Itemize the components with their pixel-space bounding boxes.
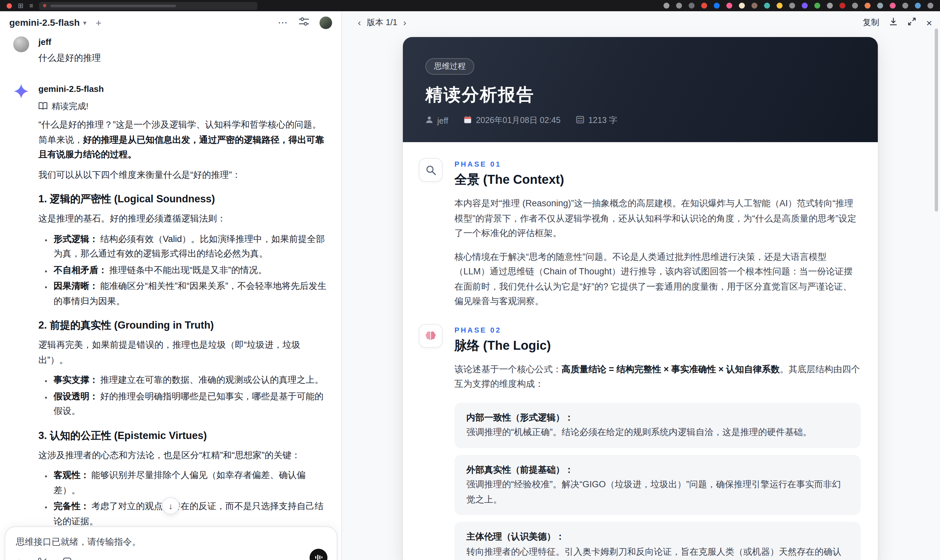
more-options-button[interactable]: ⋯: [278, 17, 288, 28]
gemini-star-icon: [13, 83, 29, 99]
extension-icon[interactable]: [802, 3, 808, 9]
scroll-down-icon: ↓: [169, 501, 173, 511]
message-composer[interactable]: 思维接口已就绪，请传输指令。 +: [5, 526, 337, 560]
paragraph: “什么是好的推理？”这是一个涉及逻辑学、认知科学和哲学核心的问题。简单来说，好的…: [39, 118, 330, 162]
bullet-list: 事实支撑：推理建立在可靠的数据、准确的观测或公认的真理之上。 假设透明：好的推理…: [39, 373, 330, 419]
paragraph: 该论述基于一个核心公式：高质量结论 = 结构完整性 × 事实准确性 × 认知自律…: [455, 362, 861, 392]
list-item: 事实支撑：推理建立在可靠的数据、准确的观测或公认的真理之上。: [54, 373, 330, 388]
card-title: 内部一致性（形式逻辑）：: [466, 410, 849, 425]
extension-icon[interactable]: [714, 3, 720, 9]
extension-icon[interactable]: [928, 3, 933, 9]
frame-icon[interactable]: [63, 557, 72, 560]
grid-icon[interactable]: ⊞: [18, 2, 23, 9]
card-body: 转向推理者的心理特征。引入奥卡姆剃刀和反向论证，旨在克服人类（或机器）天然存在的…: [466, 545, 849, 560]
phase-2-header: PHASE 02 脉络 (The Logic): [419, 324, 861, 353]
chat-message-list[interactable]: jeff 什么是好的推理 gemini-2.5-flash 精读完成!: [0, 34, 341, 560]
card-title: 主体伦理（认识美德）：: [466, 529, 849, 545]
report-badge: 思维过程: [425, 58, 474, 75]
plus-icon[interactable]: +: [16, 557, 22, 560]
extension-icon[interactable]: [840, 3, 845, 9]
calendar-icon: [464, 116, 472, 126]
extension-icon[interactable]: [752, 3, 757, 9]
chevron-left-icon[interactable]: ‹: [358, 18, 361, 27]
card-body: 强调推理的“机械正确”。结论必须在给定的规则系统内逻辑自洽，这是推理的硬件基础。: [466, 425, 849, 440]
phase-1-header: PHASE 01 全景 (The Context): [419, 158, 861, 188]
list-item: 完备性：考虑了对立的观点和潜在的反证，而不是只选择支持自己结论的证据。: [54, 499, 330, 529]
composer-status-text: 思维接口已就绪，请传输指令。: [16, 535, 326, 549]
extension-icon[interactable]: [739, 3, 745, 9]
account-avatar[interactable]: [319, 16, 332, 29]
scrollbar-thumb[interactable]: [935, 28, 938, 212]
section-heading: 2. 前提的真实性 (Grounding in Truth): [39, 318, 330, 332]
magnifier-icon: [419, 158, 442, 182]
menu-icon[interactable]: ≡: [29, 2, 33, 9]
extension-icon[interactable]: [890, 3, 896, 9]
extension-icon[interactable]: [701, 3, 707, 9]
voice-input-button[interactable]: [310, 549, 327, 560]
user-avatar: [13, 36, 29, 52]
counter-icon: [576, 116, 584, 126]
window-control-dot[interactable]: [7, 3, 12, 8]
bullet-list: 形式逻辑：结构必须有效（Valid）。比如演绎推理中，如果前提全部为真，那么通过…: [39, 232, 330, 309]
extension-icon[interactable]: [789, 3, 795, 9]
extension-icon[interactable]: [664, 3, 669, 9]
card-body: 强调推理的“经验校准”。解决“GIGO（垃圾进，垃圾出）”问题，确保推理引擎运行…: [466, 477, 849, 507]
scroll-to-bottom-button[interactable]: ↓: [162, 497, 179, 514]
extension-icon[interactable]: [877, 3, 883, 9]
phase-1-content: 本内容是对“推理 (Reasoning)”这一抽象概念的高层建模。在知识爆炸与人…: [455, 196, 861, 309]
version-navigator: ‹ 版本 1/1 ›: [358, 15, 406, 30]
download-icon[interactable]: [889, 17, 898, 28]
chat-panel: gemini-2.5-flash ▾ + ⋯ jeff 什么是好的推理: [0, 11, 342, 560]
extension-icon[interactable]: [827, 3, 833, 9]
chevron-right-icon[interactable]: ›: [403, 18, 406, 27]
phase-label: PHASE 02: [455, 325, 551, 334]
tab-title-placeholder: [50, 4, 176, 7]
user-message: jeff 什么是好的推理: [13, 36, 330, 65]
composer-toolbar: +: [16, 557, 326, 560]
extension-icon[interactable]: [814, 3, 820, 9]
message-author: gemini-2.5-flash: [39, 83, 330, 95]
assistant-message: gemini-2.5-flash 精读完成! “什么是好的推理？”这是一个涉及逻…: [13, 83, 330, 560]
new-chat-button[interactable]: +: [96, 17, 102, 28]
date-meta: 2026年01月08日 02:45: [464, 115, 561, 126]
phase-label: PHASE 01: [455, 159, 564, 169]
message-author: jeff: [39, 36, 330, 48]
extension-icon[interactable]: [852, 3, 858, 9]
browser-tab[interactable]: [39, 2, 257, 9]
extension-icon[interactable]: [777, 3, 783, 9]
extension-icon[interactable]: [726, 3, 732, 9]
author-meta: jeff: [425, 116, 448, 126]
report-hero: 思维过程 精读分析报告 jeff 2026年01月08日 02:45: [403, 37, 878, 142]
word-count-meta: 1213 字: [576, 115, 618, 126]
copy-button[interactable]: 复制: [863, 17, 879, 28]
extension-icon[interactable]: [676, 3, 682, 9]
section-intro: 这是推理的基石。好的推理必须遵循逻辑法则：: [39, 212, 330, 226]
dimension-card: 外部真实性（前提基础）： 强调推理的“经验校准”。解决“GIGO（垃圾进，垃圾出…: [455, 455, 861, 515]
scissors-icon[interactable]: [38, 557, 47, 560]
tab-favicon: [43, 4, 46, 7]
report-body: PHASE 01 全景 (The Context) 本内容是对“推理 (Reas…: [403, 142, 878, 560]
status-text: 精读完成!: [52, 100, 88, 112]
viewer-toolbar-actions: 复制 ×: [863, 15, 932, 30]
book-icon: [39, 102, 48, 111]
extension-icon[interactable]: [915, 3, 921, 9]
phase-2-content: 该论述基于一个核心公式：高质量结论 = 结构完整性 × 事实准确性 × 认知自律…: [455, 362, 861, 392]
section-intro: 这涉及推理者的心态和方法论，也是区分“杠精”和“思想家”的关键：: [39, 448, 330, 463]
version-label: 版本 1/1: [367, 17, 397, 28]
extension-icon[interactable]: [764, 3, 770, 9]
card-title: 外部真实性（前提基础）：: [466, 463, 849, 477]
list-item: 不自相矛盾：推理链条中不能出现“既是又非”的情况。: [54, 263, 330, 278]
app-window: ⊞ ≡ gemini-2.5-flash ▾ + ⋯: [0, 0, 940, 560]
chevron-down-icon[interactable]: ▾: [83, 19, 86, 26]
extension-icon[interactable]: [902, 3, 908, 9]
expand-icon[interactable]: [908, 17, 916, 28]
phase-title: 全景 (The Context): [455, 171, 564, 188]
extension-icon[interactable]: [689, 3, 695, 9]
close-icon[interactable]: ×: [926, 17, 932, 28]
extension-icons: [664, 3, 933, 9]
sliders-icon[interactable]: [299, 17, 309, 28]
user-message-text: 什么是好的推理: [39, 52, 330, 65]
conversation-title[interactable]: gemini-2.5-flash: [9, 17, 80, 28]
main-area: gemini-2.5-flash ▾ + ⋯ jeff 什么是好的推理: [0, 11, 940, 560]
extension-icon[interactable]: [864, 3, 871, 9]
